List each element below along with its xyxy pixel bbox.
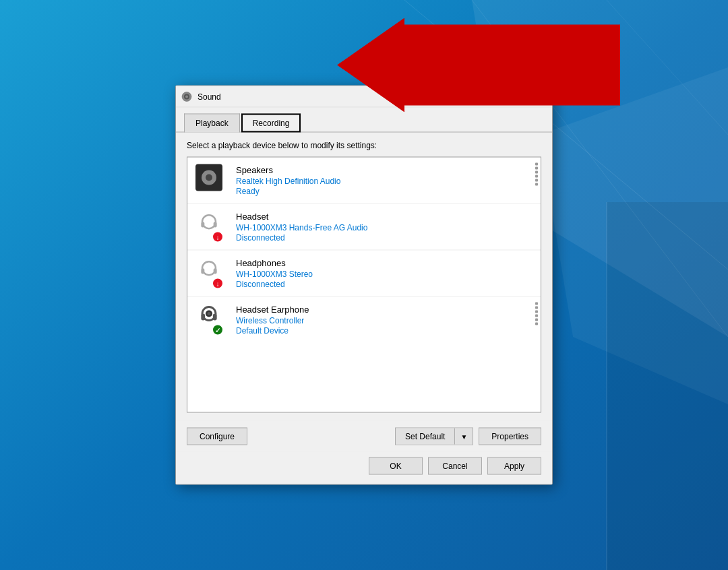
tab-playback[interactable]: Playback xyxy=(184,114,240,133)
headphones-name: Headphones xyxy=(236,258,533,268)
speaker-icon xyxy=(195,164,222,191)
svg-rect-14 xyxy=(214,222,217,227)
svg-marker-2 xyxy=(539,67,728,404)
scroll-indicator-1 xyxy=(535,163,538,186)
svg-rect-6 xyxy=(607,202,728,570)
apply-button[interactable]: Apply xyxy=(487,457,541,475)
tab-recording[interactable]: Recording xyxy=(241,114,301,133)
sound-icon xyxy=(181,91,192,102)
set-default-main[interactable]: Set Default xyxy=(396,429,454,445)
svg-rect-16 xyxy=(201,268,204,274)
scroll-indicator-2 xyxy=(535,303,538,325)
speakers-icon-wrap xyxy=(195,164,228,197)
tab-bar: Playback Recording xyxy=(176,108,552,133)
svg-rect-17 xyxy=(214,268,217,274)
cancel-button[interactable]: Cancel xyxy=(428,457,482,475)
headset-earphone-status-badge: ✓ xyxy=(212,324,224,336)
sound-dialog: Sound ✕ Playback Recording Select a play… xyxy=(175,86,553,485)
headset-driver: WH-1000XM3 Hands-Free AG Audio xyxy=(236,223,533,232)
speakers-driver: Realtek High Definition Audio xyxy=(236,177,533,186)
svg-line-5 xyxy=(607,0,728,135)
headset-icon-wrap: ↓ xyxy=(195,211,228,243)
title-bar: Sound ✕ xyxy=(176,86,552,108)
ok-button[interactable]: OK xyxy=(369,457,423,475)
svg-rect-20 xyxy=(213,314,217,321)
headset-info: Headset WH-1000XM3 Hands-Free AG Audio D… xyxy=(236,212,533,243)
headset-earphone-status: Default Device xyxy=(236,326,533,336)
set-default-arrow[interactable]: ▼ xyxy=(454,429,473,445)
instruction-text: Select a playback device below to modify… xyxy=(187,141,541,150)
device-item-headphones[interactable]: ↓ Headphones WH-1000XM3 Stereo Disconnec… xyxy=(187,251,541,297)
svg-rect-13 xyxy=(201,222,204,227)
headset-earphone-name: Headset Earphone xyxy=(236,305,533,315)
device-item-speakers[interactable]: Speakers Realtek High Definition Audio R… xyxy=(187,158,541,204)
dialog-title: Sound xyxy=(198,92,521,101)
set-default-button-group: Set Default ▼ xyxy=(395,428,473,445)
svg-rect-19 xyxy=(201,314,205,321)
headset-name: Headset xyxy=(236,212,533,222)
device-item-headset-earphone[interactable]: ✓ Headset Earphone Wireless Controller D… xyxy=(187,297,541,343)
configure-button[interactable]: Configure xyxy=(187,428,247,445)
svg-point-11 xyxy=(185,95,188,98)
button-row-2: OK Cancel Apply xyxy=(176,452,552,484)
headset-status-badge: ↓ xyxy=(212,231,224,243)
button-row-1: Configure Set Default ▼ Properties xyxy=(176,421,552,452)
headset-earphone-driver: Wireless Controller xyxy=(236,316,533,325)
dialog-content: Select a playback device below to modify… xyxy=(176,133,552,421)
properties-button[interactable]: Properties xyxy=(479,428,541,445)
headset-earphone-icon-wrap: ✓ xyxy=(195,304,228,336)
headset-earphone-info: Headset Earphone Wireless Controller Def… xyxy=(236,305,533,336)
speakers-status: Ready xyxy=(236,187,533,196)
headphones-driver: WH-1000XM3 Stereo xyxy=(236,270,533,279)
speakers-info: Speakers Realtek High Definition Audio R… xyxy=(236,165,533,196)
speakers-name: Speakers xyxy=(236,165,533,175)
headset-status: Disconnected xyxy=(236,233,533,243)
device-list[interactable]: Speakers Realtek High Definition Audio R… xyxy=(187,157,541,413)
svg-point-22 xyxy=(208,312,211,315)
headphones-status-badge: ↓ xyxy=(212,278,224,290)
headphones-status: Disconnected xyxy=(236,280,533,289)
close-button[interactable]: ✕ xyxy=(521,86,552,107)
device-item-headset[interactable]: ↓ Headset WH-1000XM3 Hands-Free AG Audio… xyxy=(187,204,541,251)
headphones-info: Headphones WH-1000XM3 Stereo Disconnecte… xyxy=(236,258,533,289)
headphones-icon-wrap: ↓ xyxy=(195,257,228,290)
